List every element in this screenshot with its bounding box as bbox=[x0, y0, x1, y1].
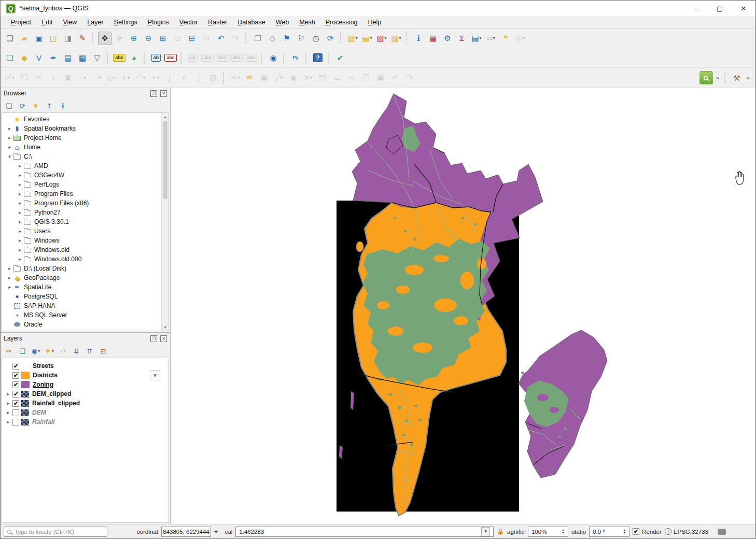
cad-tools-icon[interactable]: ✂▾ bbox=[3, 71, 17, 84]
menu-database[interactable]: Database bbox=[232, 18, 271, 27]
dropdown-arrow[interactable]: ▾ bbox=[385, 36, 387, 40]
collapse-all-layers-icon[interactable]: ⇈ bbox=[84, 345, 95, 357]
select-by-value-icon[interactable]: ▤▾ bbox=[360, 32, 374, 45]
toggle-editing-icon[interactable]: ✏ bbox=[243, 71, 257, 84]
select-features-icon[interactable]: ▧▾ bbox=[346, 32, 359, 45]
browser-scrollbar[interactable]: ▲ ▼ bbox=[161, 113, 169, 331]
layout-manager-icon[interactable]: ◨ bbox=[61, 32, 75, 45]
spin-arrows[interactable]: ▲▼ bbox=[623, 529, 626, 534]
tree-item-spatialite[interactable]: ▸SpatiaLite bbox=[2, 282, 161, 292]
fill-ring-icon[interactable]: ◐▾ bbox=[119, 71, 133, 84]
expand-all-icon[interactable]: ⇊ bbox=[71, 345, 82, 357]
dropdown-arrow[interactable]: ▾ bbox=[84, 75, 86, 80]
dropdown-arrow[interactable]: ▾ bbox=[399, 36, 401, 40]
delete-ring-icon[interactable]: ∫ bbox=[192, 71, 205, 84]
tree-item-d-drive[interactable]: ▸D:\ (Local Disk) bbox=[2, 264, 161, 273]
pan-to-selection-icon[interactable]: ✥ bbox=[113, 32, 126, 45]
reshape-features-icon[interactable]: ◌▾ bbox=[76, 71, 89, 84]
scroll-down-arrow[interactable]: ▼ bbox=[162, 323, 169, 331]
expander-icon[interactable]: ▸ bbox=[17, 163, 23, 168]
expander-icon[interactable]: ▸ bbox=[6, 135, 13, 140]
multiedit-attributes-icon[interactable]: ▤ bbox=[316, 71, 329, 84]
layer-labeling-icon[interactable]: abc bbox=[113, 51, 126, 65]
vertex-tool-icon[interactable]: ✕▾ bbox=[301, 71, 315, 84]
refresh-browser-icon[interactable]: ⟳ bbox=[17, 100, 28, 111]
dropdown-arrow[interactable]: ▾ bbox=[38, 349, 40, 353]
metasearch-icon[interactable]: ◉ bbox=[267, 51, 280, 65]
new-mesh-layer-icon[interactable]: ▽ bbox=[90, 51, 104, 65]
dropdown-arrow[interactable]: ▾ bbox=[158, 75, 160, 80]
messages-icon[interactable] bbox=[718, 529, 726, 535]
toolbar-overflow-chevron[interactable]: » bbox=[747, 75, 750, 81]
locator-search-input[interactable]: Type to locate (Ctrl+K) bbox=[4, 527, 107, 537]
tree-item-program-files-x86[interactable]: ▸Program Files (x86) bbox=[2, 198, 161, 208]
style-manager-icon[interactable]: ✎ bbox=[76, 32, 89, 45]
expander-icon[interactable]: ▸ bbox=[17, 238, 23, 243]
menu-layer[interactable]: Layer bbox=[82, 18, 108, 27]
expander-icon[interactable]: ▸ bbox=[5, 391, 11, 396]
tree-item-geopackage[interactable]: ▸GeoPackage bbox=[2, 273, 161, 282]
zoom-to-selection-icon[interactable]: ⊡ bbox=[171, 32, 184, 45]
dropdown-arrow[interactable]: ▾ bbox=[63, 349, 65, 353]
show-statistics-icon[interactable]: Σ bbox=[455, 32, 469, 45]
layer-filter-indicator-icon[interactable]: ▼ bbox=[150, 370, 160, 380]
tree-item-windows[interactable]: ▸Windows bbox=[2, 236, 161, 245]
trim-extend-icon[interactable]: ∫ bbox=[163, 71, 176, 84]
add-ring-icon[interactable]: ◎▾ bbox=[105, 71, 118, 84]
tree-item-windows-old-000[interactable]: ▸Windows.old.000 bbox=[2, 254, 161, 264]
open-project-icon[interactable]: ▰ bbox=[18, 32, 31, 45]
new-scratch-layer-icon[interactable]: ▤ bbox=[61, 51, 75, 65]
render-toggle[interactable]: ✔ Render bbox=[633, 528, 662, 535]
expander-icon[interactable]: ▸ bbox=[17, 219, 23, 224]
menu-project[interactable]: Project bbox=[6, 18, 36, 27]
dropdown-arrow[interactable]: ▾ bbox=[99, 75, 101, 80]
show-bookmarks-icon[interactable]: ⚐ bbox=[295, 32, 308, 45]
minimize-button[interactable]: – bbox=[684, 1, 708, 16]
tree-item-home[interactable]: ▸Home bbox=[2, 143, 161, 152]
tree-item-windows-old[interactable]: ▸Windows.old bbox=[2, 245, 161, 254]
close-button[interactable]: ✕ bbox=[732, 1, 755, 16]
zoom-out-icon[interactable]: ⊖ bbox=[142, 32, 155, 45]
attribute-table-icon[interactable]: ▤▾ bbox=[470, 32, 483, 45]
layer-row-districts[interactable]: ✔ Districts ▼ bbox=[2, 371, 169, 380]
expander-icon[interactable]: ▸ bbox=[17, 191, 23, 196]
new-spatial-bookmark-icon[interactable]: ⚑ bbox=[280, 32, 293, 45]
simplify-feature-icon[interactable]: ◌▾ bbox=[90, 71, 104, 84]
expander-icon[interactable]: ▸ bbox=[17, 201, 23, 206]
dropdown-arrow[interactable]: ▾ bbox=[114, 75, 116, 80]
new-shapefile-layer-icon[interactable]: V bbox=[32, 51, 46, 65]
expander-icon[interactable]: ▸ bbox=[17, 247, 23, 252]
geosearch-plugin-button[interactable] bbox=[699, 71, 713, 84]
add-selected-layers-icon[interactable]: ❏ bbox=[3, 100, 15, 111]
crs-status-button[interactable]: EPSG:32733 bbox=[665, 528, 708, 535]
zoom-to-layer-icon[interactable]: ⊟ bbox=[185, 32, 199, 45]
expander-icon[interactable]: ▸ bbox=[5, 401, 11, 406]
copy-features-icon[interactable]: ❐ bbox=[359, 71, 373, 84]
paste-features-icon[interactable]: ▣ bbox=[374, 71, 387, 84]
layer-row-zoning[interactable]: ✔ Zoning bbox=[2, 380, 169, 389]
temporal-controller-icon[interactable]: ◷ bbox=[309, 32, 323, 45]
help-contents-icon[interactable]: ? bbox=[311, 51, 325, 65]
spin-arrows[interactable]: ▲▼ bbox=[562, 529, 565, 534]
cut-features-icon[interactable]: ✂ bbox=[345, 71, 358, 84]
pin-labels-icon[interactable]: ab bbox=[149, 51, 163, 65]
layers-close-button[interactable]: ✕ bbox=[160, 335, 167, 342]
dropdown-arrow[interactable]: ▾ bbox=[480, 36, 482, 40]
dropdown-arrow[interactable]: ▾ bbox=[370, 36, 372, 40]
filter-expression-icon[interactable]: ε▾ bbox=[57, 345, 68, 357]
select-by-location-icon[interactable]: ▥▾ bbox=[389, 32, 403, 45]
zoom-native-icon[interactable]: 1:1 bbox=[200, 32, 213, 45]
toolbar-overflow-chevron[interactable]: » bbox=[716, 75, 719, 81]
expander-icon[interactable]: ▸ bbox=[6, 126, 13, 131]
menu-processing[interactable]: Processing bbox=[320, 18, 363, 27]
expander-icon[interactable]: ▸ bbox=[17, 257, 23, 262]
undo-icon[interactable]: ↶ bbox=[388, 71, 402, 84]
tree-item-program-files[interactable]: ▸Program Files bbox=[2, 189, 161, 198]
tree-item-osgeo4w[interactable]: ▸OSGeo4W bbox=[2, 171, 161, 180]
expander-icon[interactable]: ▸ bbox=[5, 410, 11, 415]
redo-icon[interactable]: ↷ bbox=[403, 71, 416, 84]
highlight-labels-icon[interactable]: abc bbox=[164, 51, 177, 65]
menu-vector[interactable]: Vector bbox=[174, 18, 203, 27]
layer-row-streets[interactable]: ✔ Streets bbox=[2, 361, 169, 371]
tree-item-amd[interactable]: ▸AMD bbox=[2, 161, 161, 171]
